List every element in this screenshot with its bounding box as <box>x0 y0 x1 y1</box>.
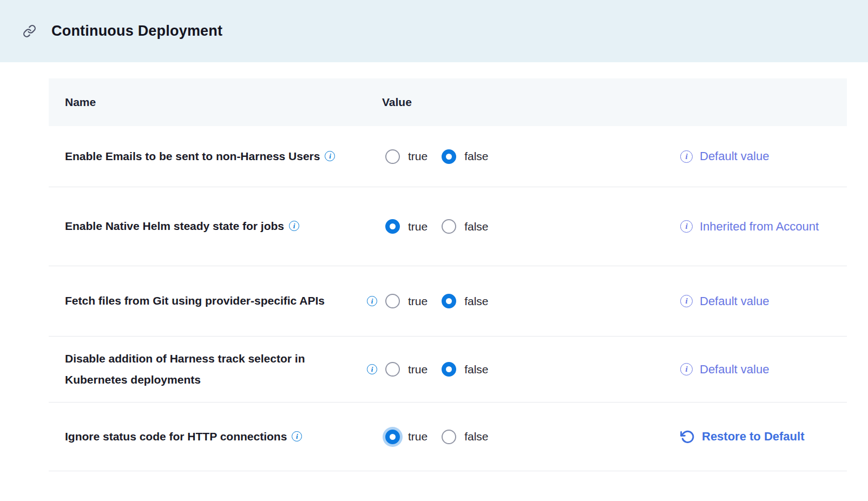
radio-true[interactable]: true <box>385 362 428 377</box>
link-icon[interactable] <box>23 24 36 38</box>
status-info-icon[interactable]: i <box>680 220 693 233</box>
setting-name-cell: Ignore status code for HTTP connectionsi <box>49 421 367 453</box>
radio-false-circle[interactable] <box>442 219 456 234</box>
info-glyph: i <box>685 153 687 161</box>
name-info-icon[interactable]: i <box>325 151 335 161</box>
section-header: Continuous Deployment <box>0 0 868 62</box>
info-glyph: i <box>685 365 687 373</box>
radio-true-label: true <box>408 150 428 163</box>
value-lead: i <box>367 364 385 374</box>
column-header-name: Name <box>49 96 367 109</box>
restore-icon[interactable] <box>680 430 695 444</box>
status-label[interactable]: Default value <box>700 148 769 164</box>
table-row: Disable addition of Harness track select… <box>49 337 847 403</box>
table-row: Fetch files from Git using provider-spec… <box>49 266 847 337</box>
info-glyph: i <box>371 298 373 305</box>
radio-true-label: true <box>408 295 428 308</box>
setting-status-cell[interactable]: i Default value <box>680 361 847 378</box>
radio-true[interactable]: true <box>385 430 428 444</box>
radio-true-label: true <box>408 220 428 233</box>
radio-true[interactable]: true <box>385 149 428 164</box>
info-glyph: i <box>685 297 687 305</box>
info-glyph: i <box>296 433 298 440</box>
page-title: Continuous Deployment <box>51 23 222 39</box>
setting-name: Fetch files from Git using provider-spec… <box>65 294 325 307</box>
radio-false-circle[interactable] <box>442 430 456 444</box>
status-label[interactable]: Default value <box>700 293 769 309</box>
setting-value-cell: i true false <box>367 294 489 308</box>
radio-false[interactable]: false <box>442 219 488 234</box>
info-glyph: i <box>329 153 331 160</box>
table-row: Enable Emails to be sent to non-Harness … <box>49 126 847 187</box>
radio-false-label: false <box>464 363 488 376</box>
radio-false-circle[interactable] <box>442 294 456 308</box>
setting-name: Enable Native Helm steady state for jobs <box>65 220 284 232</box>
status-label[interactable]: Default value <box>700 361 769 378</box>
settings-table: Name Value Enable Emails to be sent to n… <box>49 78 847 471</box>
radio-true-circle[interactable] <box>385 219 400 234</box>
setting-name: Enable Emails to be sent to non-Harness … <box>65 150 320 162</box>
info-glyph: i <box>371 366 373 373</box>
table-header-row: Name Value <box>49 78 847 126</box>
status-label[interactable]: Restore to Default <box>702 429 804 445</box>
column-header-value: Value <box>367 96 412 109</box>
setting-status-cell[interactable]: i Default value <box>680 148 847 164</box>
setting-name: Ignore status code for HTTP connections <box>65 430 287 443</box>
value-info-icon[interactable]: i <box>367 364 377 374</box>
radio-true-circle[interactable] <box>385 149 400 164</box>
info-glyph: i <box>685 222 687 230</box>
radio-false[interactable]: false <box>442 430 488 444</box>
radio-true-circle[interactable] <box>385 430 400 444</box>
radio-true-circle[interactable] <box>385 294 400 308</box>
status-info-icon[interactable]: i <box>680 150 693 163</box>
radio-true[interactable]: true <box>385 294 428 308</box>
radio-true-label: true <box>408 430 428 443</box>
radio-false[interactable]: false <box>442 149 488 164</box>
table-row: Ignore status code for HTTP connectionsi… <box>49 403 847 471</box>
name-info-icon[interactable]: i <box>289 221 299 231</box>
radio-false-label: false <box>464 430 488 443</box>
setting-status-cell[interactable]: i Inherited from Account <box>680 219 847 235</box>
status-info-icon[interactable]: i <box>680 363 693 375</box>
setting-name-cell: Enable Native Helm steady state for jobs… <box>49 210 367 242</box>
setting-name-cell: Fetch files from Git using provider-spec… <box>49 285 367 317</box>
setting-status-cell[interactable]: i Default value <box>680 293 847 309</box>
table-row: Enable Native Helm steady state for jobs… <box>49 187 847 266</box>
radio-false-label: false <box>464 220 488 233</box>
radio-true[interactable]: true <box>385 219 428 234</box>
radio-false-label: false <box>464 295 488 308</box>
name-info-icon[interactable]: i <box>292 431 302 441</box>
value-info-icon[interactable]: i <box>367 296 377 306</box>
radio-false-circle[interactable] <box>442 149 456 164</box>
radio-false-circle[interactable] <box>442 362 456 377</box>
info-glyph: i <box>293 222 295 229</box>
setting-value-cell: true false <box>367 430 489 444</box>
radio-true-circle[interactable] <box>385 362 400 377</box>
status-info-icon[interactable]: i <box>680 295 693 307</box>
settings-table-body: Enable Emails to be sent to non-Harness … <box>49 126 847 471</box>
settings-page: Continuous Deployment Name Value Enable … <box>0 0 868 501</box>
value-lead: i <box>367 296 385 306</box>
setting-value-cell: true false <box>367 149 489 164</box>
setting-status-cell[interactable]: Restore to Default <box>680 429 847 445</box>
status-label[interactable]: Inherited from Account <box>700 219 819 235</box>
radio-true-label: true <box>408 363 428 376</box>
setting-name-cell: Enable Emails to be sent to non-Harness … <box>49 141 367 173</box>
setting-name-cell: Disable addition of Harness track select… <box>49 343 367 396</box>
setting-value-cell: i true false <box>367 362 489 377</box>
radio-false[interactable]: false <box>442 294 488 308</box>
radio-false-label: false <box>464 150 488 163</box>
radio-false[interactable]: false <box>442 362 488 377</box>
setting-name: Disable addition of Harness track select… <box>65 352 305 386</box>
setting-value-cell: true false <box>367 219 489 234</box>
